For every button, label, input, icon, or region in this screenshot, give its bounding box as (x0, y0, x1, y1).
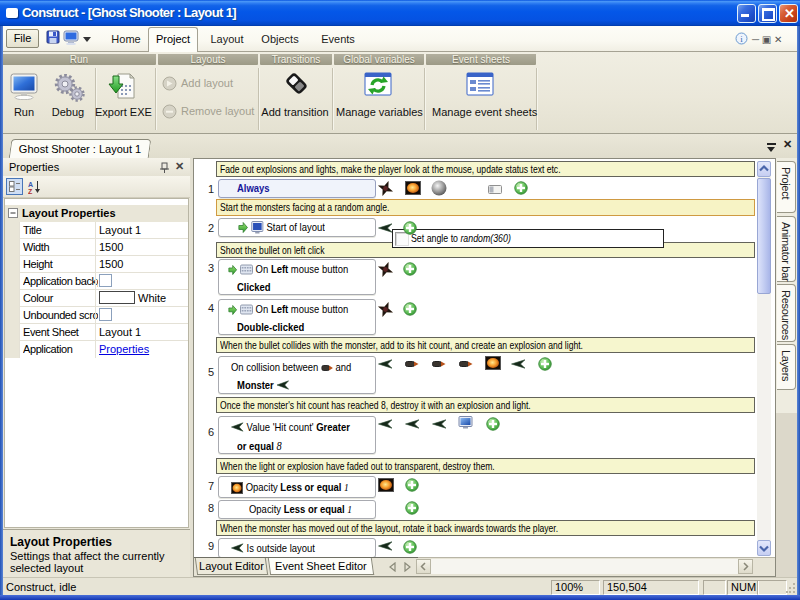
svg-text:A: A (28, 181, 33, 188)
svg-text:Z: Z (28, 188, 33, 195)
